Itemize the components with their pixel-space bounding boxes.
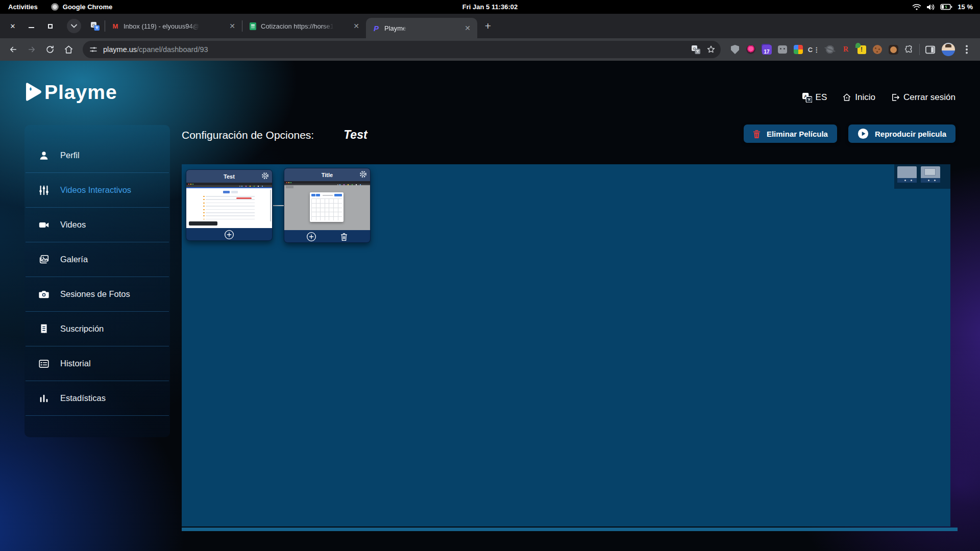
- logout-icon: [891, 93, 900, 102]
- sidebar-item-estadisticas[interactable]: Estadísticas: [26, 381, 169, 416]
- forward-button[interactable]: [23, 41, 40, 58]
- card-title: Test: [186, 173, 272, 180]
- sliders-icon: [38, 185, 50, 196]
- sidebar-item-galeria[interactable]: Galería: [26, 242, 169, 277]
- bar-chart-icon: [38, 393, 50, 404]
- play-movie-button[interactable]: Reproducir pelicula: [848, 124, 955, 143]
- page-title: Configuración de Opciones:: [182, 129, 314, 141]
- browser-tab-strip: ✕ G M Inbox (119) - elyouus94@ ✕ Cotizac…: [0, 14, 980, 38]
- sidebar-item-perfil[interactable]: Perfil: [26, 138, 169, 173]
- window-maximize-button[interactable]: [48, 24, 53, 29]
- window-close-button[interactable]: ✕: [9, 22, 16, 30]
- back-button[interactable]: [5, 41, 21, 58]
- sheets-favicon: [249, 22, 257, 30]
- sidebar-item-videos-interactivos[interactable]: Videos Interactivos: [26, 173, 169, 208]
- add-node-icon[interactable]: [306, 232, 316, 242]
- gmail-favicon: M: [111, 22, 119, 30]
- play-triangle-icon: [23, 81, 43, 104]
- gallery-icon: [38, 254, 50, 265]
- red-r-extension-icon[interactable]: R: [841, 44, 851, 55]
- flow-connector: [273, 205, 284, 206]
- window-minimize-button[interactable]: [29, 24, 34, 28]
- cookie-extension-icon[interactable]: [872, 44, 883, 55]
- delete-movie-button[interactable]: Eliminar Película: [744, 124, 837, 143]
- browser-toolbar: playme.us/cpanel/dashboard/93 G 17 C⋮ R …: [0, 38, 980, 61]
- reload-button[interactable]: [42, 41, 58, 58]
- gear-icon[interactable]: [359, 170, 367, 178]
- playme-logo[interactable]: Playme: [23, 81, 117, 104]
- side-panel-icon[interactable]: [922, 41, 938, 58]
- new-tab-button[interactable]: +: [480, 18, 496, 34]
- delete-node-trash-icon[interactable]: [340, 233, 348, 241]
- tab-close-icon[interactable]: ✕: [228, 21, 237, 31]
- home-button[interactable]: [60, 41, 77, 58]
- wifi-icon: [912, 4, 921, 11]
- home-link[interactable]: Inicio: [842, 92, 875, 103]
- trash-icon: [753, 130, 761, 138]
- colorzilla-extension-icon[interactable]: C⋮: [809, 44, 819, 55]
- tab-close-icon[interactable]: ✕: [352, 21, 361, 31]
- tab-playme-active[interactable]: P Playme ✕: [366, 18, 477, 38]
- menu-kebab-icon[interactable]: [959, 41, 975, 58]
- profile-avatar[interactable]: [940, 41, 957, 58]
- sidebar-item-videos[interactable]: Videos: [26, 208, 169, 242]
- translate-icon: A: [802, 93, 812, 103]
- pink-extension-icon[interactable]: [746, 44, 756, 55]
- sidebar-item-historial[interactable]: Historial: [26, 346, 169, 381]
- battery-percentage: 15 %: [958, 3, 973, 11]
- google-colors-extension-icon[interactable]: [793, 44, 803, 55]
- system-clock[interactable]: Fri Jan 5 11:36:02: [0, 3, 980, 11]
- movie-name: Test: [344, 128, 367, 142]
- address-bar[interactable]: playme.us/cpanel/dashboard/93 G: [83, 41, 721, 58]
- cookie-editor-extension-icon[interactable]: [888, 44, 898, 55]
- page-top-nav: A ES Inicio Cerrar sesión: [802, 92, 955, 103]
- warning-extension-icon[interactable]: !: [856, 44, 867, 55]
- volume-icon: [926, 4, 935, 11]
- battery-charging-icon: [940, 4, 952, 10]
- user-icon: [38, 150, 50, 161]
- system-status-area[interactable]: 15 %: [912, 3, 980, 11]
- receipt-icon: [38, 323, 50, 335]
- site-settings-icon[interactable]: [89, 45, 98, 54]
- horizontal-scrollbar[interactable]: [182, 528, 958, 531]
- badge-17-extension-icon[interactable]: 17: [762, 44, 772, 55]
- tab-gmail[interactable]: M Inbox (119) - elyouus94@ ✕: [105, 17, 242, 35]
- flow-canvas[interactable]: Test: [182, 164, 950, 527]
- language-switcher[interactable]: A ES: [802, 92, 827, 103]
- tab-close-icon[interactable]: ✕: [463, 23, 472, 33]
- logout-link[interactable]: Cerrar sesión: [891, 92, 955, 103]
- tab-search-button[interactable]: [67, 19, 81, 33]
- translate-page-icon[interactable]: G: [692, 45, 700, 54]
- minimap-card: [897, 166, 917, 183]
- extensions-row: 17 C⋮ R !: [727, 44, 917, 55]
- robot-extension-icon[interactable]: [777, 44, 788, 55]
- playme-favicon: P: [372, 24, 380, 32]
- minimap-card: [921, 166, 940, 183]
- bookmark-star-icon[interactable]: [706, 45, 716, 54]
- toolbar-separator: [919, 44, 920, 55]
- add-node-icon[interactable]: [224, 230, 234, 240]
- scene-card-test[interactable]: Test: [186, 169, 273, 241]
- sidebar: Perfil Videos Interactivos Videos Galerí…: [24, 125, 170, 437]
- extensions-puzzle-icon[interactable]: [904, 44, 914, 55]
- home-icon: [842, 93, 851, 102]
- tab-cotizacion[interactable]: Cotizacion https://horse1 ✕: [242, 17, 366, 35]
- scene-card-title[interactable]: Title: [284, 168, 371, 243]
- sidebar-item-suscripcion[interactable]: Suscripción: [26, 312, 169, 346]
- camera-icon: [38, 289, 50, 300]
- playme-dashboard-page: Playme A ES Inicio Cerrar sesión: [0, 61, 980, 551]
- url-text[interactable]: playme.us/cpanel/dashboard/93: [103, 45, 208, 54]
- pinned-tab-translate[interactable]: G: [85, 17, 105, 35]
- system-top-bar: Activities Google Chrome Fri Jan 5 11:36…: [0, 0, 980, 14]
- play-circle-icon: [857, 128, 869, 139]
- scene-thumbnail-browser: [186, 183, 272, 228]
- scene-thumbnail-calendar: [284, 181, 370, 230]
- sidebar-item-sesiones-de-fotos[interactable]: Sesiones de Fotos: [26, 277, 169, 312]
- video-camera-icon: [38, 219, 50, 231]
- flow-minimap[interactable]: [894, 164, 950, 189]
- list-icon: [38, 358, 50, 369]
- card-title: Title: [284, 172, 370, 178]
- gear-icon[interactable]: [261, 172, 269, 180]
- bug-extension-icon[interactable]: [825, 44, 835, 55]
- adblock-shield-extension-icon[interactable]: [730, 44, 740, 55]
